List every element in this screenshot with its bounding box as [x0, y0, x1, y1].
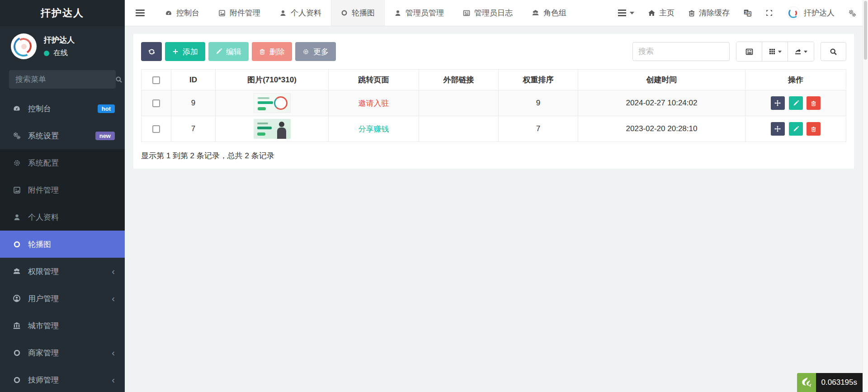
tabs-list-dropdown[interactable] — [618, 8, 634, 18]
sidebar-item-label: 系统设置 — [28, 131, 59, 141]
hamburger-icon — [136, 8, 145, 18]
sidebar-item-label: 权限管理 — [28, 266, 59, 277]
sidebar-item-label: 控制台 — [28, 104, 51, 114]
cell-weight: 9 — [499, 90, 578, 116]
row-edit-button[interactable] — [789, 122, 803, 136]
export-icon — [794, 48, 802, 55]
select-all-checkbox[interactable] — [152, 76, 160, 84]
row-edit-button[interactable] — [789, 96, 803, 110]
trash-icon — [688, 9, 695, 17]
cell-created: 2023-02-20 20:28:10 — [578, 116, 745, 142]
users-icon — [532, 9, 539, 17]
detail-view-button[interactable] — [736, 42, 762, 61]
edit-button[interactable]: 编辑 — [208, 42, 249, 61]
user-circle-icon — [10, 294, 24, 302]
caret-down-icon — [804, 51, 807, 53]
gear-icon — [302, 48, 309, 55]
sidebar-item-permissions[interactable]: 权限管理 ‹ — [0, 258, 125, 285]
chevron-left-icon: ‹ — [112, 267, 115, 276]
sidebar-item-technician-management[interactable]: 技师管理 ‹ — [0, 366, 125, 392]
delete-button[interactable]: 删除 — [252, 42, 292, 61]
cell-id: 7 — [171, 116, 216, 142]
row-delete-button[interactable] — [807, 122, 821, 136]
gears-icon — [848, 9, 856, 17]
pencil-icon — [793, 126, 799, 132]
sidebar-toggle-button[interactable] — [125, 0, 156, 26]
tab-dashboard[interactable]: 控制台 — [156, 0, 209, 26]
page-scrollbar[interactable] — [863, 0, 868, 392]
sidebar-item-user-management[interactable]: 用户管理 ‹ — [0, 285, 125, 312]
avatar[interactable] — [11, 33, 37, 59]
account-menu[interactable]: 扞护达人 — [787, 6, 835, 20]
col-weight: 权重排序 — [499, 70, 578, 90]
sidebar-item-label: 系统配置 — [28, 158, 59, 168]
search-icon — [830, 48, 837, 56]
sidebar-item-system-config[interactable]: 系统配置 — [0, 149, 125, 176]
settings-button[interactable] — [848, 9, 856, 17]
tab-admin-log[interactable]: 管理员日志 — [453, 0, 522, 26]
export-button[interactable] — [788, 42, 814, 61]
caret-down-icon — [778, 51, 782, 53]
user-icon — [394, 9, 401, 17]
refresh-button[interactable] — [141, 42, 162, 61]
grid-columns-icon — [769, 48, 776, 55]
table-toolbar: 添加 编辑 删除 更多 — [141, 42, 846, 61]
sidebar-item-label: 轮播图 — [28, 239, 51, 250]
language-switch-button[interactable] — [743, 9, 752, 17]
row-checkbox[interactable] — [152, 125, 160, 133]
sidebar-item-city-management[interactable]: 城市管理 — [0, 312, 125, 339]
scrollbar-thumb[interactable] — [864, 1, 867, 60]
chevron-left-icon: ‹ — [112, 348, 115, 357]
drag-sort-button[interactable] — [771, 96, 785, 110]
row-checkbox[interactable] — [152, 99, 160, 107]
jump-page-link[interactable]: 邀请入驻 — [359, 99, 389, 108]
expand-icon — [765, 9, 773, 17]
gears-icon — [10, 132, 24, 140]
jump-page-link[interactable]: 分享赚钱 — [359, 125, 389, 133]
fullscreen-button[interactable] — [765, 9, 773, 17]
sidebar-item-profile[interactable]: 个人资料 — [0, 203, 125, 231]
add-button[interactable]: 添加 — [165, 42, 205, 61]
row-delete-button[interactable] — [807, 96, 821, 110]
sidebar-item-attachments[interactable]: 附件管理 — [0, 176, 125, 203]
dashboard-icon — [165, 9, 172, 17]
thinkphp-logo-icon[interactable] — [797, 373, 816, 392]
banner-thumbnail[interactable] — [254, 119, 291, 139]
list-icon — [618, 8, 626, 18]
banner-thumbnail[interactable] — [254, 93, 291, 113]
nav-tabs: 控制台 附件管理 个人资料 轮播图 管理员管理 管理员日志 角色组 — [156, 0, 576, 26]
clear-cache-button[interactable]: 清除缓存 — [688, 8, 730, 18]
account-name: 扞护达人 — [804, 8, 835, 18]
sidebar-item-label: 附件管理 — [28, 185, 59, 195]
table-header-row: ID 图片(710*310) 跳转页面 外部链接 权重排序 创建时间 操作 — [142, 70, 846, 90]
online-dot-icon — [44, 51, 49, 56]
avatar — [787, 6, 800, 20]
toolbar-right — [632, 42, 846, 61]
list-view-icon — [745, 48, 753, 56]
sidebar-item-system-settings[interactable]: 系统设置 new — [0, 122, 125, 149]
sidebar-item-dashboard[interactable]: 控制台 hot — [0, 95, 125, 122]
more-button[interactable]: 更多 — [295, 42, 336, 61]
tab-attachments[interactable]: 附件管理 — [209, 0, 270, 26]
move-icon — [774, 100, 781, 106]
search-submit-button[interactable] — [821, 42, 846, 61]
tab-role-group[interactable]: 角色组 — [522, 0, 576, 26]
file-image-icon — [218, 9, 226, 17]
chevron-left-icon: ‹ — [112, 375, 115, 384]
sidebar-item-merchant-management[interactable]: 商家管理 ‹ — [0, 339, 125, 366]
menu-search-input[interactable] — [15, 75, 115, 84]
tab-carousel[interactable]: 轮播图 — [331, 0, 385, 26]
tab-admin-management[interactable]: 管理员管理 — [385, 0, 453, 26]
sidebar-item-label: 用户管理 — [28, 293, 59, 304]
home-link[interactable]: 主页 — [648, 8, 675, 18]
tab-profile[interactable]: 个人资料 — [270, 0, 331, 26]
sidebar-item-carousel[interactable]: 轮播图 — [0, 231, 125, 258]
drag-sort-button[interactable] — [771, 122, 785, 136]
pencil-icon — [793, 100, 799, 106]
col-created: 创建时间 — [578, 70, 745, 90]
table-search-input[interactable] — [632, 42, 730, 61]
view-button-group — [736, 42, 814, 61]
columns-button[interactable] — [762, 42, 788, 61]
col-external-link: 外部链接 — [419, 70, 499, 90]
sidebar-menu: 控制台 hot 系统设置 new 系统配置 附件管理 个人资料 轮播图 权限管理… — [0, 95, 125, 392]
